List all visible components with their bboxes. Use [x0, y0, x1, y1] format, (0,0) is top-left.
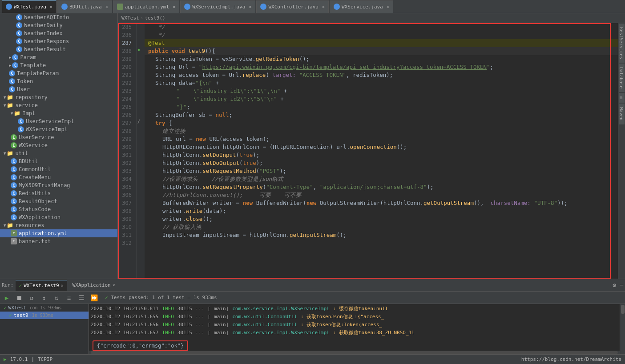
run-label: Run:: [2, 282, 14, 288]
run-button[interactable]: ▶: [2, 293, 12, 303]
sidebar-item-template[interactable]: ▶ C Template: [0, 61, 117, 69]
sidebar-item-weatherindex[interactable]: C WeatherIndex: [0, 29, 117, 37]
tab-label-bdutil: BDUtil.java: [69, 4, 102, 10]
tab-close-appyml[interactable]: ×: [173, 4, 175, 9]
txt-icon: T: [11, 238, 17, 244]
sidebar-item-wxservice[interactable]: I WXService: [0, 141, 117, 149]
sidebar-item-user[interactable]: C User: [0, 85, 117, 93]
sidebar-item-resources[interactable]: ▼ 📁 resources: [0, 221, 117, 229]
interface-icon: I: [11, 142, 17, 148]
tab-bdutil[interactable]: BDUtil.java ×: [57, 0, 112, 13]
code-line-288: public void test9(){: [145, 47, 618, 55]
m-panel[interactable]: m: [619, 93, 625, 103]
bottom-scroll: [89, 351, 620, 354]
maven-panel[interactable]: Maven: [619, 104, 625, 124]
rerun-button[interactable]: ↺: [27, 293, 36, 303]
sidebar-item-weatherrespons[interactable]: C WeatherRespons: [0, 37, 117, 45]
result-box: {"errcode":0,"errmsg":"ok"}: [93, 340, 188, 351]
tab-close-wxtest[interactable]: ×: [50, 4, 52, 9]
settings-icon[interactable]: ⚙: [613, 282, 616, 288]
tab-close-wxcontroller[interactable]: ×: [322, 4, 325, 9]
sidebar-item-templateparam[interactable]: C TemplateParam: [0, 69, 117, 77]
breadcrumb: WXTest › test9(): [118, 13, 625, 23]
log-line-1: 2020-10-12 10:21:50.811 INFO 30115 --- […: [91, 305, 618, 313]
sidebar-item-redisutils[interactable]: C RedisUtils: [0, 189, 117, 197]
code-line-307: BufferedWriter writer = new BufferedWrit…: [145, 199, 618, 207]
sidebar-item-statuscode[interactable]: C StatusCode: [0, 205, 117, 213]
sidebar-item-wxserviceimpl[interactable]: C WXServiceImpl: [0, 125, 117, 133]
log-line-2: 2020-10-12 10:21:51.655 INFO 30115 --- […: [91, 313, 618, 321]
sidebar-item-userserviceimpl[interactable]: C UserServiceImpl: [0, 117, 117, 125]
result-area: {"errcode":0,"errmsg":"ok"}: [91, 339, 618, 351]
run-tab-wxtest[interactable]: ✓ WXTest.test9 ×: [16, 280, 67, 291]
skip-button[interactable]: ⏩: [89, 293, 99, 303]
sidebar-item-applicationyml[interactable]: Y application.yml: [0, 229, 117, 237]
test-item-wxtest[interactable]: ✓ WXTest con 1s 933ms: [0, 304, 89, 312]
stop-button[interactable]: ⏹: [14, 293, 24, 303]
restservices-panel[interactable]: RestServices: [619, 24, 625, 63]
class-icon: C: [11, 174, 17, 180]
scroll-track[interactable]: [91, 351, 618, 354]
run-tab-close[interactable]: ×: [61, 283, 64, 288]
tab-close-wxservice[interactable]: ×: [387, 4, 389, 9]
sort2-button[interactable]: ⇅: [52, 293, 61, 303]
tab-close-bdutil[interactable]: ×: [105, 4, 108, 9]
tab-list: WXTest.java × BDUtil.java × application.…: [0, 0, 625, 13]
url-link[interactable]: https://api.weixin.qq.com/cgi-bin/templa…: [202, 63, 487, 71]
sidebar-label: MyX509TrustManag: [19, 182, 70, 188]
class-icon: C: [11, 158, 17, 164]
sidebar-item-bannertxt[interactable]: T banner.txt: [0, 237, 117, 245]
log-area: 2020-10-12 10:21:50.811 INFO 30115 --- […: [89, 304, 620, 351]
yml-icon: Y: [11, 230, 17, 236]
tab-wxservice[interactable]: WXService.java ×: [330, 0, 393, 13]
sidebar-label: repository: [15, 94, 47, 100]
test-item-test9[interactable]: ✓ test9 1s 933ms: [0, 312, 89, 319]
run-tab-wxapplication[interactable]: WXApplication ×: [69, 280, 119, 291]
code-line-290: String Url = "https://api.weixin.qq.com/…: [145, 63, 618, 71]
sidebar-label: service: [15, 102, 38, 108]
list-button[interactable]: ≡: [64, 293, 74, 303]
sidebar-item-userservice[interactable]: I UserService: [0, 133, 117, 141]
run-pass-icon: ✓: [19, 283, 22, 288]
code-line-287: @Test: [145, 39, 618, 47]
sidebar-item-myx509[interactable]: C MyX509TrustManag: [0, 181, 117, 189]
sidebar-item-weatherresult[interactable]: C WeatherResult: [0, 45, 117, 53]
sidebar-item-commonutil[interactable]: C CommonUtil: [0, 165, 117, 173]
sidebar-item-weatheraqiinfo[interactable]: C WeatherAQIInfo: [0, 13, 117, 21]
tab-wxserviceimpl[interactable]: WXServiceImpl.java ×: [180, 0, 255, 13]
code-line-285: */: [145, 23, 618, 31]
breadcrumb-sep: ›: [141, 15, 144, 21]
code-line-297: try {: [145, 119, 618, 127]
scroll-thumb[interactable]: [621, 305, 625, 314]
sidebar-item-resultobject[interactable]: C ResultObject: [0, 197, 117, 205]
list2-button[interactable]: ☰: [77, 293, 86, 303]
sidebar-item-service[interactable]: ▼ 📁 service: [0, 101, 117, 109]
class-icon: C: [12, 54, 18, 60]
sidebar-item-weatherdaily[interactable]: C WeatherDaily: [0, 21, 117, 29]
sidebar-item-token[interactable]: C Token: [0, 77, 117, 85]
close-panel-icon[interactable]: ─: [620, 282, 623, 288]
sidebar-item-param[interactable]: ▶ C Param: [0, 53, 117, 61]
tab-wXTest[interactable]: WXTest.java ×: [2, 0, 56, 13]
sidebar-item-createmenu[interactable]: C CreateMenu: [0, 173, 117, 181]
class-icon: C: [18, 126, 24, 132]
tab-applicationyml[interactable]: application.yml ×: [113, 0, 179, 13]
run-tab-app-close[interactable]: ×: [113, 283, 115, 288]
code-line-291: String access_token = Url.replace( targe…: [145, 71, 618, 79]
sort-button[interactable]: ↕: [39, 293, 49, 303]
tab-wxcontroller[interactable]: WXController.java ×: [256, 0, 329, 13]
class-icon: C: [9, 70, 15, 76]
tab-icon-wxcontroller: [260, 4, 266, 10]
sidebar-item-wxapplication[interactable]: C WXApplication: [0, 213, 117, 221]
code-line-302: httpUrlConn.setDoOutput(true);: [145, 159, 618, 167]
sidebar-label: User: [17, 86, 30, 92]
sidebar-item-util[interactable]: ▼ 📁 util: [0, 149, 117, 157]
breadcrumb-part1: WXTest: [121, 15, 139, 21]
tab-close-wxserviceimpl[interactable]: ×: [249, 4, 251, 9]
sidebar-item-repository[interactable]: ▼ 📁 repository: [0, 93, 117, 101]
sidebar-item-bdutil[interactable]: C BDUtil: [0, 157, 117, 165]
tab-icon-appyml: [117, 4, 123, 10]
database-panel[interactable]: Database: [619, 64, 625, 92]
code-line-301: httpUrlConn.setDoInput(true);: [145, 151, 618, 159]
sidebar-item-impl[interactable]: ▼ 📁 Impl: [0, 109, 117, 117]
